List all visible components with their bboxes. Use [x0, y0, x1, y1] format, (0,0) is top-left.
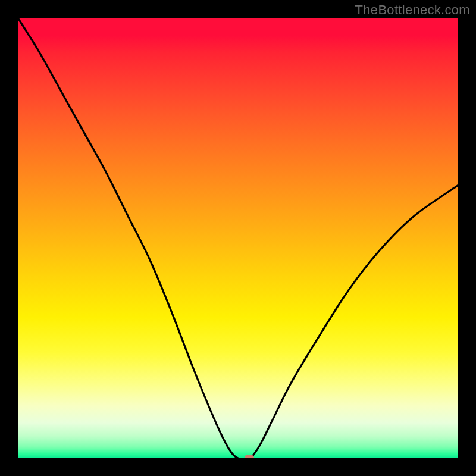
curve-svg — [18, 18, 458, 458]
watermark-text: TheBottleneck.com — [355, 2, 470, 18]
chart-frame: TheBottleneck.com — [0, 0, 476, 476]
bottleneck-curve — [18, 18, 458, 458]
optimal-point-marker — [245, 455, 254, 458]
plot-area — [18, 18, 458, 458]
